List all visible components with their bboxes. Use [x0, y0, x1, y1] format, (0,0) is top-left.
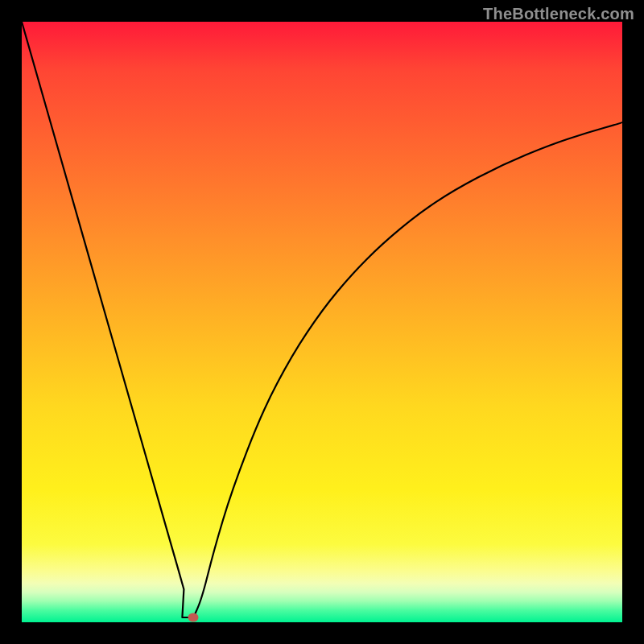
- chart-frame: TheBottleneck.com: [0, 0, 644, 644]
- trough-marker: [188, 613, 199, 622]
- watermark-text: TheBottleneck.com: [483, 5, 634, 23]
- plot-area: [22, 22, 622, 622]
- curve-svg: [22, 22, 622, 622]
- bottleneck-curve: [22, 22, 622, 617]
